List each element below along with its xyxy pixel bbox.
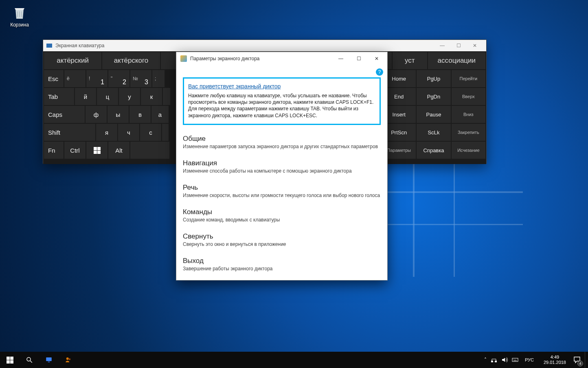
- key-alt[interactable]: Alt: [108, 142, 129, 159]
- suggestion-4[interactable]: уст: [393, 52, 427, 69]
- section-general-desc: Изменение параметров запуска экранного д…: [183, 144, 381, 149]
- svg-point-5: [66, 357, 69, 360]
- key-win[interactable]: [86, 142, 108, 159]
- key-3[interactable]: №3: [130, 70, 151, 87]
- key-yo[interactable]: ё: [64, 70, 86, 87]
- key-fade[interactable]: Исчезание: [452, 142, 485, 159]
- key-help[interactable]: Справка: [417, 142, 450, 159]
- recycle-bin-label: Корзина: [10, 22, 29, 28]
- section-navigation[interactable]: Навигация Изменение способа работы на ко…: [183, 159, 381, 174]
- section-general[interactable]: Общие Изменение параметров запуска экран…: [183, 135, 381, 149]
- narrator-minimize-button[interactable]: —: [332, 53, 350, 64]
- keyboard-icon: [46, 44, 52, 48]
- help-icon[interactable]: ?: [376, 68, 383, 76]
- windows-logo-icon: [7, 357, 13, 364]
- network-icon[interactable]: [491, 357, 497, 363]
- key-pgup[interactable]: PgUp: [417, 70, 450, 87]
- osk-titlebar[interactable]: Экранная клавиатура — ☐ ✕: [43, 40, 486, 51]
- key-dock[interactable]: Закрепить: [452, 124, 485, 141]
- section-exit-desc: Завершение работы экранного диктора: [183, 266, 381, 272]
- taskbar-app-2[interactable]: [59, 352, 78, 368]
- show-desktop-button[interactable]: [585, 352, 587, 368]
- key-a[interactable]: ф: [86, 106, 107, 123]
- narrator-icon: [180, 55, 187, 62]
- svg-line-2: [30, 361, 32, 363]
- key-w[interactable]: ц: [97, 88, 118, 105]
- key-c[interactable]: с: [140, 124, 161, 141]
- key-nav[interactable]: Перейти: [452, 70, 485, 87]
- suggestion-1[interactable]: актёрского: [102, 52, 160, 69]
- volume-icon[interactable]: [501, 357, 508, 363]
- keyboard-tray-icon[interactable]: [512, 357, 518, 363]
- key-caps[interactable]: Caps: [44, 106, 85, 123]
- svg-point-6: [69, 358, 71, 360]
- key-esc[interactable]: Esc: [44, 70, 64, 87]
- osk-close-button[interactable]: ✕: [467, 43, 483, 48]
- osk-nav-cluster: Home PgUp Перейти End PgDn Вверх Insert …: [382, 70, 485, 160]
- key-space-partial[interactable]: [130, 142, 169, 159]
- key-1[interactable]: !1: [86, 70, 108, 87]
- key-pgdn[interactable]: PgDn: [417, 88, 450, 105]
- key-x[interactable]: ч: [118, 124, 139, 141]
- key-f[interactable]: а: [151, 106, 169, 123]
- search-button[interactable]: [20, 352, 39, 368]
- key-up[interactable]: Вверх: [452, 88, 485, 105]
- taskbar-app-1[interactable]: [39, 352, 59, 368]
- narrator-welcome-text: Нажмите любую клавишу на клавиатуре, что…: [188, 92, 375, 119]
- narrator-welcome-link[interactable]: Вас приветствует экранный диктор: [188, 83, 281, 90]
- taskbar-clock[interactable]: 4:49 29.01.2018: [540, 355, 569, 365]
- svg-rect-9: [512, 358, 518, 361]
- tray-overflow-icon[interactable]: ˄: [484, 357, 487, 363]
- windows-logo-icon: [94, 147, 101, 154]
- people-icon: [65, 356, 72, 364]
- narrator-content: Вас приветствует экранный диктор Нажмите…: [176, 77, 387, 278]
- key-sclk[interactable]: ScLk: [417, 124, 450, 141]
- action-center-button[interactable]: 4: [569, 352, 585, 368]
- system-tray: ˄ РУС: [480, 357, 540, 363]
- section-voice[interactable]: Речь Изменение скорости, высоты или гром…: [183, 184, 381, 198]
- osk-minimize-button[interactable]: —: [434, 43, 450, 48]
- narrator-close-button[interactable]: ✕: [368, 53, 386, 64]
- section-minimize[interactable]: Свернуть Свернуть это окно и вернуться в…: [183, 232, 381, 247]
- suggestion-5[interactable]: ассоциации: [428, 52, 485, 69]
- narrator-titlebar[interactable]: Параметры экранного диктора — ☐ ✕: [176, 52, 387, 65]
- monitor-icon: [45, 356, 53, 364]
- section-exit-title: Выход: [183, 257, 381, 265]
- key-fn[interactable]: Fn: [44, 142, 64, 159]
- section-commands-desc: Создание команд, вводимых с клавиатуры: [183, 217, 381, 223]
- key-tab[interactable]: Tab: [44, 88, 74, 105]
- svg-point-1: [27, 357, 31, 361]
- key-ctrl[interactable]: Ctrl: [64, 142, 86, 159]
- key-down[interactable]: Вниз: [452, 106, 485, 123]
- start-button[interactable]: [0, 352, 20, 368]
- section-minimize-desc: Свернуть это окно и вернуться в приложен…: [183, 241, 381, 247]
- section-voice-title: Речь: [183, 184, 381, 192]
- key-pause[interactable]: Pause: [417, 106, 450, 123]
- narrator-maximize-button[interactable]: ☐: [350, 53, 368, 64]
- section-exit[interactable]: Выход Завершение работы экранного диктор…: [183, 257, 381, 272]
- section-navigation-title: Навигация: [183, 159, 381, 167]
- key-4[interactable]: ;: [152, 70, 165, 87]
- narrator-title: Параметры экранного диктора: [190, 56, 332, 61]
- key-q[interactable]: й: [75, 88, 96, 105]
- section-commands[interactable]: Команды Создание команд, вводимых с клав…: [183, 208, 381, 223]
- suggestion-0[interactable]: актёрский: [44, 52, 101, 69]
- desktop-icon-recycle-bin[interactable]: Корзина: [5, 4, 34, 28]
- section-navigation-desc: Изменение способа работы на компьютере с…: [183, 168, 381, 174]
- key-r[interactable]: к: [141, 88, 162, 105]
- section-minimize-title: Свернуть: [183, 232, 381, 241]
- osk-maximize-button[interactable]: ☐: [450, 43, 467, 48]
- key-e[interactable]: у: [119, 88, 140, 105]
- key-2[interactable]: "2: [108, 70, 129, 87]
- key-z[interactable]: я: [96, 124, 117, 141]
- svg-rect-7: [491, 361, 493, 362]
- svg-rect-3: [46, 357, 52, 361]
- key-v-partial[interactable]: [162, 124, 169, 141]
- section-commands-title: Команды: [183, 208, 381, 216]
- key-shift[interactable]: Shift: [44, 124, 95, 141]
- narrator-welcome-box: Вас приветствует экранный диктор Нажмите…: [183, 77, 381, 125]
- key-d[interactable]: в: [129, 106, 151, 123]
- key-t-partial[interactable]: [163, 88, 170, 105]
- language-indicator[interactable]: РУС: [522, 357, 536, 362]
- key-s[interactable]: ы: [108, 106, 129, 123]
